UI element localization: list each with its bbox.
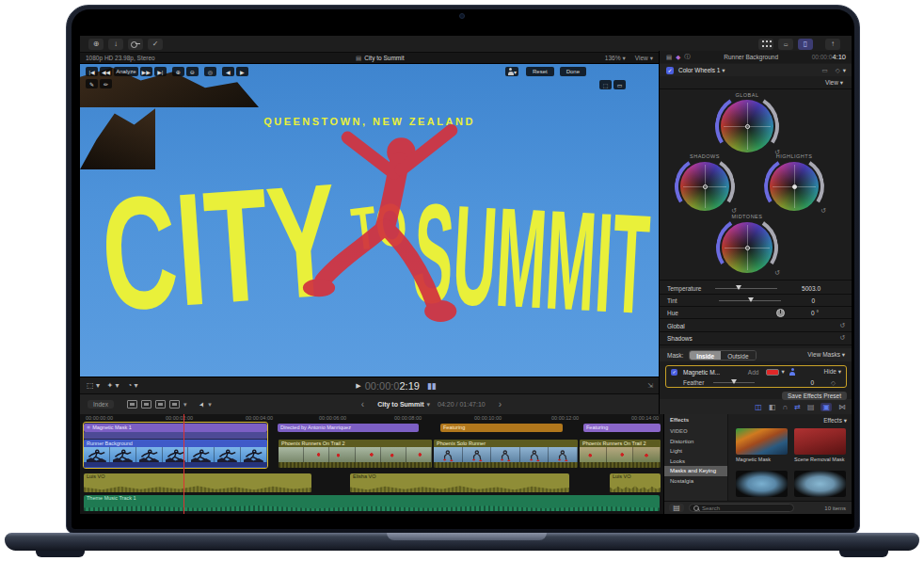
- effect-thumbnail[interactable]: [794, 428, 846, 455]
- video-clip[interactable]: Phoenix Runners On Trail 2: [580, 440, 661, 468]
- share-icon[interactable]: ↑: [825, 39, 840, 50]
- mask-color-swatch[interactable]: [766, 369, 779, 376]
- skip-start-icon[interactable]: |◀: [86, 67, 98, 76]
- connect-clip-icon[interactable]: [127, 400, 137, 409]
- next-project-icon[interactable]: ›: [499, 399, 502, 409]
- viewer-canvas[interactable]: QUEENSTOWN, NEW ZEALAND CITY TO SUMMIT D…: [80, 64, 659, 377]
- title-clip[interactable]: Directed by Antonio Manriquez: [278, 424, 419, 432]
- done-button[interactable]: Done: [560, 67, 586, 76]
- color-wheel-highlights[interactable]: [770, 162, 819, 211]
- param-value[interactable]: 5003.0: [802, 285, 820, 292]
- timeline-toggle-icon[interactable]: ▭: [778, 39, 793, 50]
- video-clip[interactable]: Phoenix Runners On Trail 2: [279, 440, 432, 468]
- effect-enable-checkbox[interactable]: ✓: [666, 67, 674, 74]
- step-forward-icon[interactable]: ▶▶: [140, 67, 152, 76]
- reset-icon[interactable]: ↺: [774, 269, 780, 277]
- prev-icon[interactable]: ◀: [222, 67, 234, 76]
- effects-panel-title[interactable]: Effects ▾: [823, 417, 847, 425]
- person-icon[interactable]: [789, 368, 796, 376]
- mask-name[interactable]: Magnetic M...: [683, 369, 720, 376]
- mask-enable-checkbox[interactable]: ✓: [671, 369, 677, 376]
- reset-icon[interactable]: ↺: [820, 207, 826, 215]
- color-inspector-icon[interactable]: ◆: [676, 54, 680, 61]
- title-clip[interactable]: Featuring: [440, 424, 563, 432]
- next-icon[interactable]: ▶: [236, 67, 248, 76]
- video-inspector-icon[interactable]: ▤: [666, 54, 672, 61]
- audio-clip[interactable]: Luis VO: [84, 473, 311, 492]
- person-mode-icon[interactable]: ▾: [505, 67, 518, 76]
- overwrite-clip-icon[interactable]: [169, 400, 180, 409]
- prev-project-icon[interactable]: ‹: [361, 399, 364, 409]
- fullscreen-icon[interactable]: ⇲: [647, 382, 653, 390]
- mask-add-label[interactable]: Add: [748, 369, 759, 376]
- mask-outside-option[interactable]: Outside: [721, 351, 755, 360]
- view-masks-dropdown[interactable]: View Masks ▾: [807, 351, 845, 359]
- mask-segmented-control[interactable]: Inside Outside: [689, 350, 756, 361]
- trim-icon[interactable]: ◫: [755, 403, 762, 411]
- play-icon[interactable]: ▶: [356, 382, 360, 390]
- video-clip[interactable]: Phoenix Solo Runner: [434, 440, 578, 468]
- step-back-icon[interactable]: ◀◀: [100, 67, 112, 76]
- keyframe-icon[interactable]: ◇: [836, 67, 840, 74]
- mask-hide-dropdown[interactable]: Hide ▾: [824, 368, 841, 376]
- effect-thumbnail[interactable]: [736, 471, 788, 497]
- mask-overlay-icon[interactable]: ▭: [613, 80, 626, 89]
- playhead[interactable]: [183, 414, 184, 514]
- hue-knob[interactable]: [776, 309, 785, 317]
- analyze-button[interactable]: Analyze: [114, 67, 137, 76]
- index-button[interactable]: Index: [88, 400, 114, 409]
- append-clip-icon[interactable]: [155, 400, 166, 409]
- stroke-add-icon[interactable]: ✎: [86, 79, 98, 88]
- browser-toggle-icon[interactable]: [758, 39, 773, 50]
- title-clip[interactable]: Featuring: [583, 424, 661, 432]
- insert-clip-icon[interactable]: [141, 400, 151, 409]
- feather-value[interactable]: 0: [810, 379, 814, 386]
- mask-inside-option[interactable]: Inside: [690, 351, 721, 360]
- category-distortion[interactable]: Distortion: [664, 437, 727, 447]
- category-light[interactable]: Light: [664, 446, 727, 457]
- clock-tool-icon[interactable]: ◔ ▾: [125, 380, 140, 392]
- reset-icon[interactable]: ↺: [839, 334, 845, 342]
- snapping-icon[interactable]: ⇄: [794, 403, 801, 411]
- sidebar-toggle-icon[interactable]: ▤: [669, 504, 684, 512]
- save-effects-preset-button[interactable]: Save Effects Preset: [782, 392, 847, 400]
- key-icon[interactable]: [128, 39, 143, 50]
- section-shadows[interactable]: Shadows: [667, 335, 693, 342]
- section-global[interactable]: Global: [667, 323, 685, 329]
- mask-sub-bar[interactable]: [84, 432, 267, 439]
- crop-overlay-icon[interactable]: ⬚: [599, 80, 612, 89]
- crop-tool-icon[interactable]: ⬚ ▾: [86, 380, 101, 392]
- transitions-browser-icon[interactable]: ⋈: [838, 403, 846, 411]
- param-value[interactable]: 0 °: [811, 310, 819, 316]
- target-icon[interactable]: ◎: [204, 67, 216, 76]
- category-looks[interactable]: Looks: [664, 457, 727, 467]
- remove-mask-icon[interactable]: ⊖: [186, 67, 199, 76]
- effect-thumbnail[interactable]: [736, 428, 788, 455]
- category-video[interactable]: VIDEO: [664, 426, 727, 437]
- info-inspector-icon[interactable]: ⓘ: [684, 53, 691, 61]
- background-tasks-icon[interactable]: ✓: [148, 39, 163, 50]
- view-dropdown[interactable]: View: [635, 55, 648, 61]
- feather-slider[interactable]: [713, 382, 755, 383]
- music-clip[interactable]: Theme Music Track 1: [84, 495, 660, 511]
- color-wheel-shadows[interactable]: [680, 162, 729, 211]
- camera-mask-icon[interactable]: ▭: [822, 67, 828, 74]
- solo-icon[interactable]: ∩: [782, 403, 788, 411]
- tint-slider[interactable]: [719, 300, 781, 301]
- category-nostalgia[interactable]: Nostalgia: [664, 476, 727, 487]
- appearance-icon[interactable]: ▤: [807, 403, 815, 411]
- inspector-toggle-icon[interactable]: ▯: [798, 39, 813, 50]
- import-icon[interactable]: ↓: [108, 39, 123, 50]
- skip-end-icon[interactable]: ▶|: [154, 67, 167, 76]
- temperature-slider[interactable]: [715, 288, 777, 289]
- stroke-remove-icon[interactable]: ✏: [100, 79, 112, 88]
- category-masks-and-keying[interactable]: Masks and Keying: [664, 466, 727, 476]
- color-wheel-global[interactable]: [721, 100, 773, 152]
- audio-meters-icon[interactable]: ▮▮: [427, 381, 437, 391]
- timeline[interactable]: 00:00:00:00 00:00:02:00 00:00:04:00 00:0…: [80, 414, 663, 514]
- select-tool-icon[interactable]: ➤: [198, 400, 207, 409]
- timeline-project-dropdown[interactable]: City to Summit: [377, 401, 423, 408]
- keyframe-icon[interactable]: ◇: [831, 379, 836, 387]
- search-input[interactable]: Search: [689, 504, 794, 512]
- add-icon[interactable]: ⊕: [88, 39, 104, 50]
